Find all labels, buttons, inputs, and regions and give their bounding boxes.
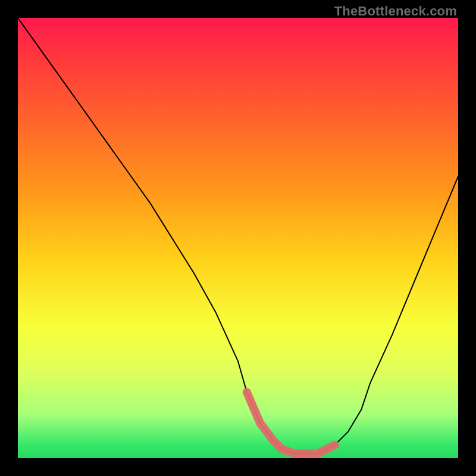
plot-area [18,18,458,458]
curve-overlay [18,18,458,458]
optimal-range-highlight [247,392,335,454]
watermark-text: TheBottleneck.com [334,4,457,19]
chart-frame: TheBottleneck.com [0,0,476,476]
bottleneck-curve [18,18,458,454]
